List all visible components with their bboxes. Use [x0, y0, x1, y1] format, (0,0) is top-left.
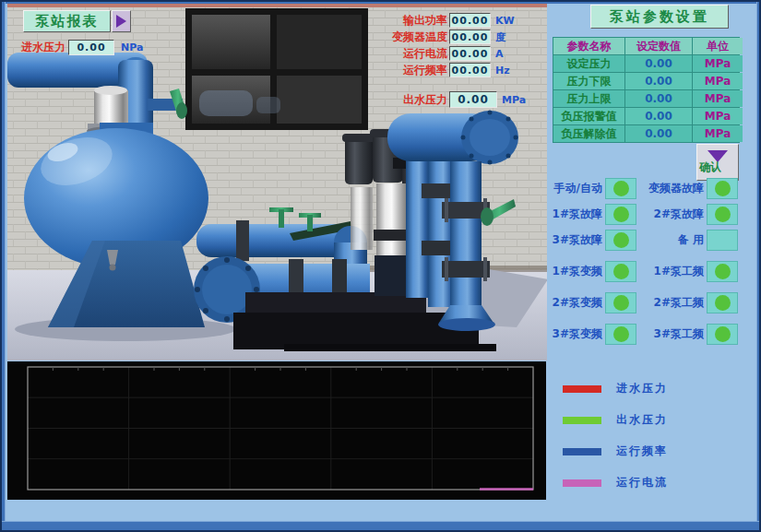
confirm-button[interactable]: 确认	[696, 144, 739, 181]
param-value-neg-release[interactable]: 0.00	[625, 125, 692, 142]
param-name-neg-release: 负压解除值	[553, 125, 624, 142]
axis-ticks	[53, 367, 507, 371]
legend-item-outlet-pressure: 出水压力	[563, 412, 668, 428]
legend-label-outlet-pressure: 出水压力	[616, 412, 668, 428]
col-header-name: 参数名称	[553, 38, 624, 54]
parameter-table: 参数名称 设定数值 单位 设定压力 0.00 MPa 压力下限 0.00 MPa…	[553, 37, 740, 143]
lamp-icon	[613, 181, 629, 196]
legend-label-run-current: 运行电流	[616, 475, 668, 491]
report-nav-button[interactable]	[112, 10, 131, 32]
param-value-pressure-high[interactable]: 0.00	[625, 90, 692, 107]
param-value-neg-alarm[interactable]: 0.00	[625, 108, 692, 124]
play-triangle-icon	[116, 15, 126, 28]
inlet-pressure-value: 0.00	[68, 40, 114, 55]
legend-item-run-frequency: 运行频率	[563, 443, 668, 459]
status-label-pump1-mains: 1#泵工频	[636, 264, 704, 279]
run-current-label: 运行电流	[388, 46, 447, 62]
legend-item-inlet-pressure: 进水压力	[563, 381, 668, 396]
outlet-pressure-value: 0.00	[449, 91, 497, 108]
param-name-pressure-high: 压力上限	[553, 90, 624, 107]
col-header-unit: 单位	[693, 38, 743, 54]
status-label-pump3-mains: 3#泵工频	[636, 326, 704, 342]
report-button-label: 泵站报表	[36, 13, 99, 30]
lamp-icon	[715, 207, 731, 222]
frame-top	[2, 2, 759, 4]
legend-swatch-magenta	[563, 479, 601, 487]
pump3-vfd-indicator	[605, 324, 636, 345]
param-name-neg-alarm: 负压报警值	[553, 108, 624, 124]
status-label-pump1-fault: 1#泵故障	[549, 207, 602, 222]
run-current-unit: A	[495, 48, 519, 60]
status-row-5: 2#泵变频 2#泵工频	[549, 292, 738, 313]
trend-chart	[7, 361, 546, 500]
status-label-pump3-vfd: 3#泵变频	[549, 326, 602, 342]
outlet-pressure-label: 出水压力	[388, 92, 447, 108]
status-label-pump2-vfd: 2#泵变频	[549, 295, 602, 311]
lamp-icon	[715, 295, 731, 311]
pump3-mains-indicator	[707, 324, 738, 345]
vfd-fault-indicator	[707, 178, 738, 199]
inlet-pressure-label: 进水压力	[21, 40, 65, 55]
param-unit-pressure-high: MPa	[693, 90, 743, 107]
output-readings: 输出功率 00.00 KW 变频器温度 00.00 度 运行电流 00.00 A…	[388, 13, 519, 79]
run-current-row: 运行电流 00.00 A	[388, 46, 519, 61]
status-row-2: 1#泵故障 2#泵故障	[549, 204, 738, 225]
frame-right	[756, 2, 759, 530]
lamp-icon	[613, 326, 629, 342]
param-unit-pressure-low: MPa	[693, 73, 743, 89]
col-header-value: 设定数值	[625, 38, 692, 54]
param-value-set-pressure[interactable]: 0.00	[625, 55, 692, 72]
lamp-icon	[715, 326, 731, 342]
auto-manual-indicator[interactable]	[605, 178, 636, 199]
pump2-mains-indicator	[707, 292, 738, 313]
inlet-pressure-unit: NPa	[121, 41, 143, 53]
vfd-temp-value: 00.00	[449, 30, 491, 44]
status-row-6: 3#泵变频 3#泵工频	[549, 324, 738, 345]
confirm-button-label: 确认	[699, 160, 721, 175]
legend-swatch-blue	[563, 448, 601, 455]
output-power-label: 输出功率	[388, 13, 447, 29]
pump1-vfd-indicator	[605, 261, 636, 282]
param-name-pressure-low: 压力下限	[553, 73, 624, 89]
output-power-value: 00.00	[449, 13, 491, 28]
spare-indicator	[707, 230, 738, 251]
window	[185, 8, 368, 130]
pump-station-3d-view: 泵站报表 进水压力 0.00 NPa 输出功率 00.00 KW 变频器温度 0…	[7, 3, 547, 361]
report-button-group: 泵站报表	[23, 10, 131, 32]
legend-item-run-current: 运行电流	[563, 475, 668, 491]
inlet-pressure-row: 进水压力 0.00 NPa	[21, 40, 143, 55]
status-row-1: 手动/自动 变频器故障	[549, 178, 738, 199]
status-label-auto-manual: 手动/自动	[549, 181, 602, 196]
param-value-pressure-low[interactable]: 0.00	[625, 73, 692, 89]
status-row-4: 1#泵变频 1#泵工频	[549, 261, 738, 282]
legend-label-run-frequency: 运行频率	[616, 443, 668, 459]
legend-swatch-red	[563, 385, 601, 393]
legend-swatch-green	[563, 417, 601, 424]
lamp-icon	[613, 295, 629, 311]
lamp-icon	[613, 207, 629, 222]
param-unit-set-pressure: MPa	[693, 55, 743, 72]
pump3-fault-indicator	[605, 230, 636, 251]
lamp-icon	[613, 264, 629, 279]
param-unit-neg-release: MPa	[693, 125, 743, 142]
run-frequency-unit: Hz	[495, 65, 519, 77]
status-row-3: 3#泵故障 备 用	[549, 230, 738, 251]
pump-station-hmi-screen: 泵站报表 进水压力 0.00 NPa 输出功率 00.00 KW 变频器温度 0…	[0, 0, 761, 532]
run-frequency-label: 运行频率	[388, 63, 447, 78]
pump2-fault-indicator	[707, 204, 738, 225]
status-label-spare: 备 用	[636, 232, 704, 248]
status-label-pump2-mains: 2#泵工频	[636, 295, 704, 311]
param-name-set-pressure: 设定压力	[553, 55, 624, 72]
status-label-pump2-fault: 2#泵故障	[636, 207, 704, 222]
pump1-fault-indicator	[605, 204, 636, 225]
lamp-icon	[613, 232, 629, 248]
param-unit-neg-alarm: MPa	[693, 108, 743, 124]
pump2-vfd-indicator	[605, 292, 636, 313]
lamp-icon	[715, 264, 731, 279]
outlet-pressure-row: 出水压力 0.00 MPa	[388, 91, 526, 108]
output-power-unit: KW	[495, 15, 519, 27]
output-power-row: 输出功率 00.00 KW	[388, 13, 519, 28]
report-button[interactable]: 泵站报表	[23, 10, 111, 32]
frame-bottom	[2, 521, 759, 530]
run-current-value: 00.00	[449, 46, 491, 61]
